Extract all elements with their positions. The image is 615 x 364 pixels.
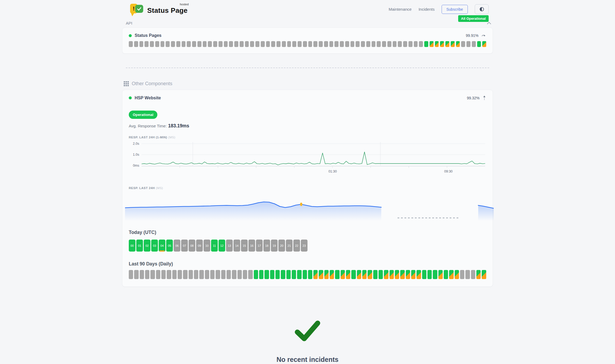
uptime-bar[interactable]	[234, 41, 238, 47]
uptime-bar[interactable]	[166, 41, 170, 47]
uptime-bar[interactable]	[199, 270, 204, 279]
uptime-bar[interactable]	[229, 41, 233, 47]
uptime-bar[interactable]	[471, 270, 475, 279]
uptime-bar[interactable]	[335, 270, 339, 279]
uptime-bar[interactable]	[351, 270, 356, 279]
uptime-bar[interactable]	[449, 270, 453, 279]
uptime-bar[interactable]	[248, 270, 252, 279]
hour-cell[interactable]: 13	[226, 240, 233, 252]
hour-cell[interactable]: 11	[211, 240, 218, 252]
chevron-up-icon[interactable]	[487, 22, 491, 25]
uptime-bar[interactable]	[145, 270, 149, 279]
uptime-bar[interactable]	[264, 270, 269, 279]
uptime-bar[interactable]	[172, 270, 177, 279]
uptime-bar[interactable]	[232, 270, 236, 279]
uptime-bar[interactable]	[286, 270, 291, 279]
hour-cell[interactable]: 21	[286, 240, 293, 252]
uptime-bar[interactable]	[435, 41, 439, 47]
uptime-bar[interactable]	[221, 270, 225, 279]
uptime-bar[interactable]	[134, 41, 138, 47]
uptime-bar[interactable]	[134, 270, 138, 279]
uptime-bar[interactable]	[451, 41, 455, 47]
uptime-bar[interactable]	[417, 270, 421, 279]
uptime-bar[interactable]	[330, 270, 334, 279]
response-time-line-chart[interactable]: 2.0s1.0s0ms01:3009:30	[129, 141, 487, 175]
hour-cell[interactable]: 10	[204, 240, 210, 252]
uptime-bar[interactable]	[324, 41, 328, 47]
uptime-bar[interactable]	[216, 270, 220, 279]
uptime-bar[interactable]	[271, 41, 275, 47]
uptime-bar[interactable]	[259, 270, 263, 279]
uptime-bar[interactable]	[362, 270, 367, 279]
uptime-bar[interactable]	[334, 41, 338, 47]
hour-cell[interactable]: 14	[233, 240, 240, 252]
uptime-bar[interactable]	[482, 270, 486, 279]
uptime-bar[interactable]	[139, 41, 143, 47]
uptime-bar[interactable]	[161, 41, 165, 47]
uptime-bar[interactable]	[476, 270, 481, 279]
uptime-bar[interactable]	[129, 41, 133, 47]
uptime-bar[interactable]	[161, 270, 166, 279]
uptime-bar[interactable]	[384, 270, 388, 279]
uptime-bar[interactable]	[254, 270, 258, 279]
uptime-bar[interactable]	[345, 41, 349, 47]
uptime-bar[interactable]	[465, 270, 470, 279]
uptime-bar[interactable]	[145, 41, 149, 47]
uptime-bar[interactable]	[438, 270, 443, 279]
hour-cell[interactable]: 08	[189, 240, 195, 252]
uptime-bar[interactable]	[472, 41, 476, 47]
uptime-bar[interactable]	[324, 270, 329, 279]
uptime-bar[interactable]	[277, 41, 281, 47]
uptime-bar[interactable]	[129, 270, 133, 279]
uptime-bar[interactable]	[287, 41, 291, 47]
uptime-bar[interactable]	[411, 270, 415, 279]
uptime-bar[interactable]	[444, 270, 448, 279]
hour-cell[interactable]: 16	[248, 240, 255, 252]
uptime-bar[interactable]	[406, 270, 410, 279]
uptime-bar[interactable]	[255, 41, 259, 47]
uptime-bar[interactable]	[445, 41, 449, 47]
uptime-bar[interactable]	[319, 270, 323, 279]
uptime-bar[interactable]	[466, 41, 470, 47]
uptime-bar[interactable]	[245, 41, 249, 47]
uptime-bar[interactable]	[219, 41, 223, 47]
uptime-bar[interactable]	[387, 41, 391, 47]
uptime-bar[interactable]	[319, 41, 323, 47]
uptime-bar[interactable]	[482, 41, 486, 47]
uptime-bar[interactable]	[329, 41, 333, 47]
hour-cell[interactable]: 05	[166, 240, 173, 252]
uptime-bar[interactable]	[427, 270, 432, 279]
uptime-bar[interactable]	[150, 41, 154, 47]
uptime-bar[interactable]	[403, 41, 407, 47]
uptime-bar[interactable]	[460, 270, 464, 279]
uptime-bar[interactable]	[292, 270, 296, 279]
uptime-bar[interactable]	[395, 270, 399, 279]
uptime-bar[interactable]	[282, 41, 286, 47]
uptime-bar[interactable]	[150, 270, 155, 279]
uptime-bar[interactable]	[351, 41, 355, 47]
hour-cell[interactable]: 00	[129, 240, 135, 252]
uptime-bar[interactable]	[430, 41, 434, 47]
uptime-bar[interactable]	[224, 41, 228, 47]
hour-cell[interactable]: 09	[196, 240, 203, 252]
uptime-bar[interactable]	[390, 270, 394, 279]
uptime-bar[interactable]	[281, 270, 285, 279]
uptime-bar[interactable]	[240, 41, 244, 47]
hour-cell[interactable]: 15	[241, 240, 248, 252]
uptime-bar[interactable]	[194, 270, 198, 279]
uptime-bar[interactable]	[308, 270, 312, 279]
hour-cell[interactable]: 06	[174, 240, 180, 252]
uptime-bar[interactable]	[461, 41, 465, 47]
response-time-area-chart[interactable]	[125, 193, 494, 221]
uptime-bar[interactable]	[393, 41, 397, 47]
uptime-bar[interactable]	[182, 41, 186, 47]
uptime-bar[interactable]	[313, 41, 317, 47]
uptime-bar[interactable]	[414, 41, 418, 47]
hour-cell[interactable]: 17	[256, 240, 263, 252]
uptime-bar[interactable]	[372, 41, 376, 47]
uptime-bar[interactable]	[205, 270, 209, 279]
uptime-bar[interactable]	[308, 41, 312, 47]
uptime-bar[interactable]	[203, 41, 207, 47]
uptime-bar[interactable]	[261, 41, 265, 47]
brand-logo[interactable]: ! Status Page hosted	[130, 3, 188, 15]
